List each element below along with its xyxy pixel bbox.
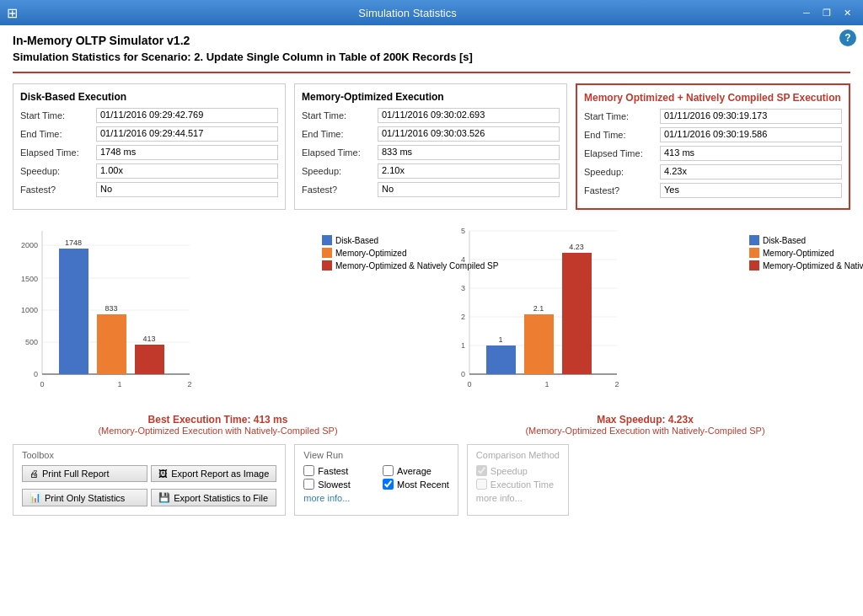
chart2-bar-disk bbox=[486, 345, 516, 374]
viewrun-more-info[interactable]: more info... bbox=[303, 493, 449, 503]
window-controls: ─ ❒ ✕ bbox=[797, 3, 856, 22]
chart2-caption-main: Max Speedup: 4.23x bbox=[440, 414, 850, 426]
disk-elapsed-label: Elapsed Time: bbox=[20, 147, 96, 158]
nat-fastest-label: Fastest? bbox=[584, 185, 660, 196]
slowest-checkbox[interactable] bbox=[303, 479, 314, 490]
app-title: In-Memory OLTP Simulator v1.2 bbox=[13, 34, 850, 47]
svg-text:0: 0 bbox=[467, 380, 471, 388]
mem-fastest-label: Fastest? bbox=[302, 185, 378, 195]
chart1-svg-container: 0 500 1000 1500 2000 1748 bbox=[13, 222, 314, 410]
mem-end-label: End Time: bbox=[302, 129, 378, 139]
chart1-svg: 0 500 1000 1500 2000 1748 bbox=[13, 222, 206, 408]
disk-start-value: 01/11/2016 09:29:42.769 bbox=[96, 108, 278, 123]
mem-end-value: 01/11/2016 09:30:03.526 bbox=[378, 126, 560, 142]
disk-speedup-label: Speedup: bbox=[20, 166, 96, 176]
chart1-bar-mem bbox=[97, 314, 126, 374]
bottom-row: Toolbox 🖨 Print Full Report 🖼 Export Rep… bbox=[13, 444, 850, 516]
print-stats-button[interactable]: 📊 Print Only Statistics bbox=[22, 489, 147, 506]
export-icon: 💾 bbox=[158, 492, 170, 503]
svg-text:2.1: 2.1 bbox=[533, 304, 544, 313]
chart1-legend: Disk-Based Memory-Optimized Memory-Optim… bbox=[322, 222, 423, 410]
chart2-caption: Max Speedup: 4.23x (Memory-Optimized Exe… bbox=[440, 414, 850, 436]
disk-start-label: Start Time: bbox=[20, 110, 96, 121]
charts-row: 0 500 1000 1500 2000 1748 bbox=[13, 222, 850, 436]
chart2-caption-sub: (Memory-Optimized Execution with Nativel… bbox=[440, 426, 850, 436]
most-recent-checkbox[interactable] bbox=[383, 479, 394, 490]
stats-icon: 📊 bbox=[29, 492, 41, 503]
minimize-button[interactable]: ─ bbox=[797, 3, 816, 22]
svg-text:1: 1 bbox=[117, 380, 121, 388]
svg-text:0: 0 bbox=[40, 380, 44, 388]
viewrun-title: View Run bbox=[303, 450, 449, 460]
chart2-legend: Disk-Based Memory-Optimized Memory-Optim… bbox=[749, 222, 850, 410]
nat-elapsed-value: 413 ms bbox=[660, 146, 842, 161]
disk-based-box: Disk-Based Execution Start Time:01/11/20… bbox=[13, 83, 286, 210]
restore-button[interactable]: ❒ bbox=[817, 3, 836, 22]
svg-text:2: 2 bbox=[614, 380, 619, 388]
nat-start-label: Start Time: bbox=[584, 111, 660, 121]
chart2-container: 0 1 2 3 4 5 1 bbox=[440, 222, 850, 436]
svg-text:0: 0 bbox=[461, 370, 465, 378]
viewrun-grid: Fastest Average Slowest Most Recent bbox=[303, 465, 449, 490]
disk-speedup-value: 1.00x bbox=[96, 163, 278, 179]
chart1-caption: Best Execution Time: 413 ms (Memory-Opti… bbox=[13, 414, 423, 436]
viewrun-panel: View Run Fastest Average Slowest Most Re… bbox=[294, 444, 458, 516]
chart2-svg: 0 1 2 3 4 5 1 bbox=[440, 222, 634, 408]
mem-start-value: 01/11/2016 09:30:02.693 bbox=[378, 108, 560, 123]
svg-text:1: 1 bbox=[544, 380, 549, 388]
nat-end-value: 01/11/2016 09:30:19.586 bbox=[660, 127, 842, 142]
mem-fastest-value: No bbox=[378, 182, 560, 197]
natively-compiled-box: Memory Optimized + Natively Compiled SP … bbox=[576, 83, 850, 210]
svg-text:1: 1 bbox=[461, 341, 465, 350]
nat-speedup-label: Speedup: bbox=[584, 167, 660, 177]
mem-speedup-value: 2.10x bbox=[378, 163, 560, 179]
disk-elapsed-value: 1748 ms bbox=[96, 145, 278, 160]
nat-end-label: End Time: bbox=[584, 130, 660, 140]
disk-fastest-value: No bbox=[96, 182, 278, 197]
slowest-label: Slowest bbox=[318, 479, 351, 490]
svg-text:413: 413 bbox=[142, 335, 155, 343]
average-label: Average bbox=[397, 466, 432, 476]
app-subtitle: Simulation Statistics for Scenario: 2. U… bbox=[13, 51, 850, 63]
print-icon: 🖨 bbox=[29, 469, 39, 479]
close-button[interactable]: ✕ bbox=[838, 3, 856, 22]
speedup-label: Speedup bbox=[490, 466, 528, 476]
help-button[interactable]: ? bbox=[839, 29, 856, 46]
mem-elapsed-label: Elapsed Time: bbox=[302, 147, 378, 158]
svg-text:4.23: 4.23 bbox=[569, 243, 584, 251]
disk-end-label: End Time: bbox=[20, 129, 96, 139]
svg-text:5: 5 bbox=[461, 227, 465, 235]
natively-compiled-title: Memory Optimized + Natively Compiled SP … bbox=[584, 92, 842, 104]
disk-end-value: 01/11/2016 09:29:44.517 bbox=[96, 126, 278, 142]
svg-text:1748: 1748 bbox=[65, 238, 82, 247]
image-icon: 🖼 bbox=[158, 469, 168, 479]
svg-text:500: 500 bbox=[25, 338, 38, 346]
mem-speedup-label: Speedup: bbox=[302, 166, 378, 176]
svg-text:2000: 2000 bbox=[21, 241, 38, 249]
export-image-button[interactable]: 🖼 Export Report as Image bbox=[151, 465, 276, 482]
average-checkbox[interactable] bbox=[383, 465, 394, 476]
memory-optimized-box: Memory-Optimized Execution Start Time:01… bbox=[294, 83, 567, 210]
chart1-caption-sub: (Memory-Optimized Execution with Nativel… bbox=[13, 426, 423, 436]
print-report-button[interactable]: 🖨 Print Full Report bbox=[22, 465, 147, 482]
svg-text:2: 2 bbox=[187, 380, 191, 388]
toolbox-title: Toolbox bbox=[22, 450, 276, 460]
comparison-more-info: more info... bbox=[476, 493, 560, 503]
comparison-panel: Comparison Method Speedup Execution Time… bbox=[467, 444, 569, 516]
toolbox-panel: Toolbox 🖨 Print Full Report 🖼 Export Rep… bbox=[13, 444, 286, 516]
title-bar: ⊞ Simulation Statistics ─ ❒ ✕ bbox=[0, 0, 863, 25]
nat-start-value: 01/11/2016 09:30:19.173 bbox=[660, 109, 842, 124]
chart1-bar-disk bbox=[59, 249, 88, 374]
export-stats-button[interactable]: 💾 Export Statistics to File bbox=[151, 489, 276, 506]
fastest-checkbox[interactable] bbox=[303, 465, 314, 476]
svg-text:1: 1 bbox=[498, 335, 502, 344]
svg-text:0: 0 bbox=[34, 370, 38, 378]
chart2-bar-mem bbox=[524, 314, 554, 374]
mem-start-label: Start Time: bbox=[302, 110, 378, 121]
svg-text:1500: 1500 bbox=[21, 275, 38, 283]
chart1-bar-nat bbox=[135, 345, 164, 374]
svg-text:4: 4 bbox=[461, 255, 465, 264]
comparison-title: Comparison Method bbox=[476, 450, 560, 460]
toolbox-grid: 🖨 Print Full Report 🖼 Export Report as I… bbox=[22, 465, 276, 510]
disk-based-title: Disk-Based Execution bbox=[20, 91, 278, 103]
